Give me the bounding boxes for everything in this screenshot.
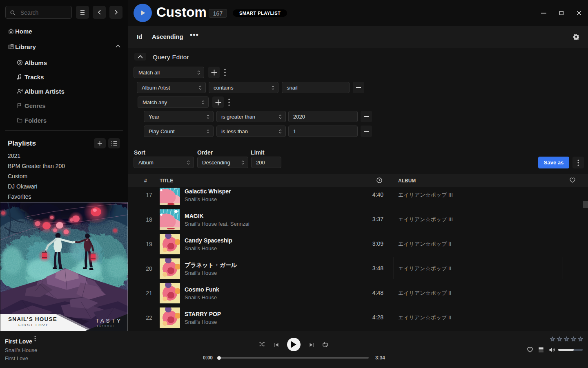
svg-text:SNAIL’S HOUSE: SNAIL’S HOUSE (8, 316, 57, 322)
svg-text:FIRST LOVE: FIRST LOVE (18, 323, 49, 327)
svg-text:TASTY: TASTY (96, 318, 122, 324)
svg-text:BSTMMXI: BSTMMXI (97, 325, 115, 327)
